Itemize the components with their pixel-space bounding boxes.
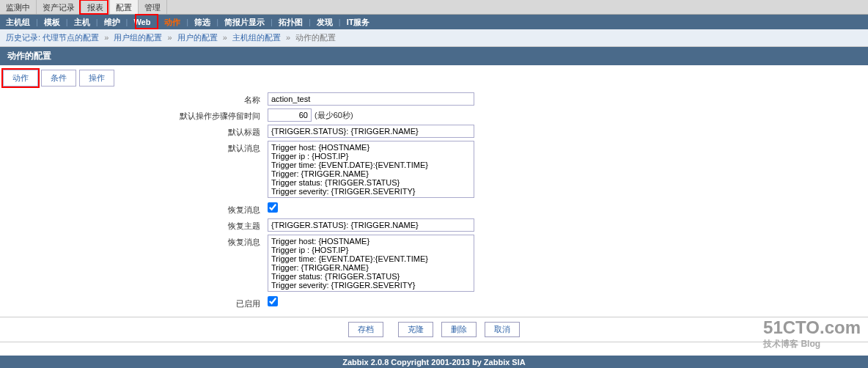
step-duration-input[interactable] xyxy=(268,108,312,122)
recovery-subject-input[interactable] xyxy=(268,218,474,232)
watermark-sub: 技术博客 Blog xyxy=(763,338,861,350)
sub-menu-slideshow[interactable]: 简报片显示 xyxy=(218,15,271,30)
footer-copyright: Zabbix 2.0.8 Copyright 2001-2013 by Zabb… xyxy=(0,356,868,368)
top-menu-inventory[interactable]: 资产记录 xyxy=(37,0,81,14)
sub-menu-hosts[interactable]: 主机 xyxy=(68,15,96,30)
subject-label: 默认标题 xyxy=(7,125,268,138)
action-form: 名称 默认操作步骤停留时间 (最少60秒) 默认标题 默认消息 恢复消息 恢复主… xyxy=(0,92,868,309)
breadcrumb-current: 动作的配置 xyxy=(295,33,336,42)
watermark: 51CTO.com 技术博客 Blog xyxy=(763,317,861,350)
buttons-bar: 存档 克隆 删除 取消 xyxy=(0,317,868,342)
sub-menu-actions[interactable]: 动作 xyxy=(158,15,186,30)
tab-action[interactable]: 动作 xyxy=(3,70,38,87)
page-title: 动作的配置 xyxy=(0,47,868,65)
breadcrumb-item[interactable]: 用户的配置 xyxy=(177,33,218,42)
step-hint: (最少60秒) xyxy=(315,111,353,119)
default-subject-input[interactable] xyxy=(268,125,474,138)
recovery-subject-label: 恢复主题 xyxy=(7,218,268,232)
breadcrumb-label: 历史记录: xyxy=(6,33,40,42)
top-menu-admin[interactable]: 管理 xyxy=(139,0,167,14)
sub-menu-maps[interactable]: 拓扑图 xyxy=(273,15,309,30)
top-menu-monitoring[interactable]: 监测中 xyxy=(0,0,37,14)
top-menu: 监测中 资产记录 报表 配置 管理 xyxy=(0,0,868,15)
breadcrumb-item[interactable]: 主机组的配置 xyxy=(232,33,281,42)
name-input[interactable] xyxy=(268,92,474,106)
tabs: 动作 条件 操作 xyxy=(3,70,865,87)
breadcrumb: 历史记录: 代理节点的配置 » 用户组的配置 » 用户的配置 » 主机组的配置 … xyxy=(0,29,868,47)
sub-menu-templates[interactable]: 模板 xyxy=(38,15,66,30)
default-message-textarea[interactable] xyxy=(268,141,474,198)
sub-menu-web[interactable]: Web xyxy=(128,15,156,29)
breadcrumb-item[interactable]: 用户组的配置 xyxy=(114,33,162,42)
clone-button[interactable]: 克隆 xyxy=(398,322,433,337)
sub-menu-filter[interactable]: 筛选 xyxy=(188,15,216,30)
recovery-msg-checkbox[interactable] xyxy=(268,202,278,213)
chevron-icon: » xyxy=(104,33,108,42)
recovery-message-textarea[interactable] xyxy=(268,235,474,292)
chevron-icon: » xyxy=(286,33,290,42)
enabled-checkbox[interactable] xyxy=(268,296,278,306)
cancel-button[interactable]: 取消 xyxy=(485,322,520,337)
sub-menu: 主机组| 模板| 主机| 维护| Web| 动作| 筛选| 简报片显示| 拓扑图… xyxy=(0,15,868,29)
save-button[interactable]: 存档 xyxy=(348,322,383,337)
sub-menu-hostgroups[interactable]: 主机组 xyxy=(0,15,36,30)
delete-button[interactable]: 删除 xyxy=(441,322,477,337)
top-menu-config[interactable]: 配置 xyxy=(110,0,139,14)
name-label: 名称 xyxy=(7,92,268,106)
enabled-label: 已启用 xyxy=(7,296,268,309)
top-menu-reports[interactable]: 报表 xyxy=(81,0,110,14)
recovery-msg-label: 恢复消息 xyxy=(7,202,268,216)
chevron-icon: » xyxy=(167,33,172,42)
tab-operations[interactable]: 操作 xyxy=(79,70,114,87)
recovery-message-label: 恢复消息 xyxy=(7,235,268,248)
step-label: 默认操作步骤停留时间 xyxy=(7,108,268,122)
message-label: 默认消息 xyxy=(7,141,268,154)
sub-menu-maintenance[interactable]: 维护 xyxy=(98,15,126,30)
watermark-main: 51CTO.com xyxy=(763,317,861,338)
breadcrumb-item[interactable]: 代理节点的配置 xyxy=(43,33,99,42)
chevron-icon: » xyxy=(223,33,227,42)
tab-conditions[interactable]: 条件 xyxy=(41,70,76,87)
sub-menu-discovery[interactable]: 发现 xyxy=(311,15,339,30)
sub-menu-itservices[interactable]: IT服务 xyxy=(341,15,376,30)
